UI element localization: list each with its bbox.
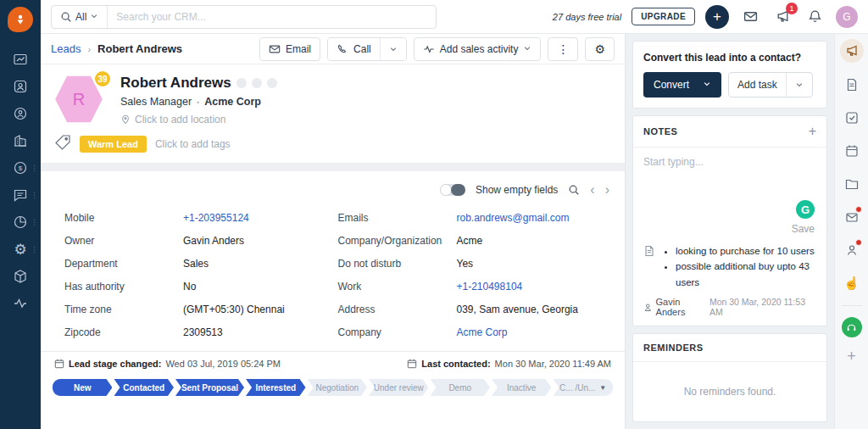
drag-handle-icon[interactable]: ⋮ xyxy=(31,192,38,199)
lead-avatar-wrap: R 39 xyxy=(54,75,105,125)
field-label: Mobile xyxy=(64,212,183,224)
field-row: CompanyAcme Corp xyxy=(338,326,612,338)
field-value-organization: Acme xyxy=(457,235,483,247)
field-value-has-authority: No xyxy=(183,281,196,292)
note-author: Gavin Anders xyxy=(643,297,709,317)
sidebar-item-deals[interactable]: $ ⋮ xyxy=(0,154,41,181)
stage-inactive[interactable]: Inactive xyxy=(492,379,551,396)
stage-contacted[interactable]: Contacted xyxy=(114,379,173,396)
add-task-dropdown-button[interactable] xyxy=(786,73,812,97)
stage-new[interactable]: New xyxy=(53,379,112,396)
more-actions-button[interactable]: ⋮ xyxy=(548,37,578,61)
next-record-button[interactable]: › xyxy=(605,183,609,197)
email-button[interactable]: Email xyxy=(259,37,320,61)
stage-overflow[interactable]: C... /Un...▼ xyxy=(553,379,612,396)
sidebar-item-contacts[interactable] xyxy=(0,100,41,127)
add-location-field[interactable]: Click to add location xyxy=(120,114,277,125)
tasks-rail-button[interactable] xyxy=(840,107,864,129)
search-scope-dropdown[interactable]: All xyxy=(52,6,108,28)
meetings-rail-button[interactable] xyxy=(840,140,864,162)
upgrade-button[interactable]: UPGRADE xyxy=(632,8,695,25)
field-value-department: Sales xyxy=(183,258,209,270)
field-value-address: 039, Sam avenue, Georgia xyxy=(457,304,578,315)
search-scope-label: All xyxy=(75,11,86,23)
app: $ ⋮ ⋮ ⋮ ⚙ ⋮ All xyxy=(0,0,868,429)
field-value-mobile[interactable]: +1-203955124 xyxy=(183,212,249,224)
prev-record-button[interactable]: ‹ xyxy=(590,183,594,197)
add-sales-activity-label: Add sales activity xyxy=(440,43,519,55)
reminders-card: REMINDERS No reminders found. xyxy=(632,333,827,422)
envelope-icon xyxy=(269,43,281,55)
headset-icon xyxy=(846,322,857,333)
tags-row: Warm Lead Click to add tags xyxy=(54,134,611,154)
stage-under-review[interactable]: Under review xyxy=(369,379,428,396)
field-search-button[interactable] xyxy=(568,184,580,196)
sidebar-item-accounts[interactable] xyxy=(0,127,41,154)
announcements-button[interactable]: 1 xyxy=(771,6,793,28)
freshworks-logo-icon[interactable] xyxy=(8,7,33,32)
sidebar-item-products[interactable] xyxy=(0,263,41,290)
warm-lead-tag[interactable]: Warm Lead xyxy=(80,136,147,153)
add-task-button[interactable]: Add task xyxy=(729,73,786,97)
lead-name: Robert Andrews xyxy=(120,75,231,92)
grammarly-icon[interactable]: G xyxy=(796,200,815,219)
sidebar-item-leads[interactable] xyxy=(0,73,41,100)
lead-score-badge: 39 xyxy=(93,70,112,88)
note-line: possible additional buy upto 43 users xyxy=(676,259,816,290)
breadcrumb-leads-link[interactable]: Leads xyxy=(51,42,81,55)
email-inbox-button[interactable] xyxy=(739,6,761,28)
lead-company: Acme Corp xyxy=(204,96,261,108)
convert-question: Convert this lead into a contact? xyxy=(643,52,816,64)
page-settings-button[interactable]: ⚙ xyxy=(585,37,615,61)
drag-handle-icon[interactable]: ⋮ xyxy=(31,246,38,254)
sidebar-item-activities[interactable] xyxy=(0,290,41,317)
show-empty-fields-toggle[interactable] xyxy=(440,184,465,196)
note-input[interactable] xyxy=(643,156,816,197)
field-value-email[interactable]: rob.andrews@gmail.com xyxy=(457,212,570,224)
contacts-rail-button[interactable] xyxy=(840,239,864,261)
field-row: DepartmentSales xyxy=(64,258,338,270)
field-row: Zipcode2309513 xyxy=(64,326,338,338)
field-value-zipcode: 2309513 xyxy=(183,326,223,338)
save-note-button[interactable]: Save xyxy=(792,223,815,235)
announcements-rail-button[interactable] xyxy=(840,39,864,63)
field-label: Has authority xyxy=(64,281,183,292)
user-avatar[interactable]: G xyxy=(836,6,858,28)
sidebar-item-conversations[interactable]: ⋮ xyxy=(0,181,41,209)
star-icon[interactable] xyxy=(252,78,262,88)
notifications-button[interactable] xyxy=(804,6,826,28)
add-tags-field[interactable]: Click to add tags xyxy=(155,138,231,150)
stage-sent-proposal[interactable]: Sent Proposal xyxy=(175,379,244,396)
call-button[interactable]: Call xyxy=(328,38,380,60)
quick-add-button[interactable]: + xyxy=(705,5,729,29)
sidebar-item-settings[interactable]: ⚙ ⋮ xyxy=(0,236,41,263)
stage-interested[interactable]: Interested xyxy=(246,379,305,396)
sidebar-item-reports[interactable]: ⋮ xyxy=(0,209,41,236)
calendar-icon xyxy=(407,359,417,369)
add-note-button[interactable]: + xyxy=(809,125,816,138)
files-rail-button[interactable] xyxy=(840,173,864,195)
edit-icon[interactable] xyxy=(236,78,247,88)
engagement-rail-button[interactable]: ☝ xyxy=(840,272,864,294)
drag-handle-icon[interactable]: ⋮ xyxy=(31,219,38,226)
convert-button[interactable]: Convert xyxy=(643,72,721,98)
field-value-work-phone[interactable]: +1-210498104 xyxy=(457,281,523,292)
link-icon[interactable] xyxy=(267,78,277,88)
stage-negotiation[interactable]: Negotiation xyxy=(308,379,367,396)
tag-icon xyxy=(54,134,71,154)
add-widget-button[interactable]: + xyxy=(847,348,856,364)
drag-handle-icon[interactable]: ⋮ xyxy=(31,164,38,172)
search-input[interactable] xyxy=(108,11,436,23)
add-sales-activity-button[interactable]: Add sales activity xyxy=(414,37,542,61)
svg-text:$: $ xyxy=(19,164,23,172)
call-dropdown-button[interactable] xyxy=(380,38,406,60)
field-value-dnd: Yes xyxy=(457,258,474,270)
bell-icon xyxy=(808,9,822,24)
support-button[interactable] xyxy=(842,317,862,337)
field-value-company-link[interactable]: Acme Corp xyxy=(457,326,508,338)
notes-rail-button[interactable] xyxy=(840,74,864,96)
sidebar-item-dashboard[interactable] xyxy=(0,46,41,73)
emails-rail-button[interactable] xyxy=(840,206,864,228)
stage-demo[interactable]: Demo xyxy=(430,379,489,396)
phone-icon xyxy=(337,43,348,55)
